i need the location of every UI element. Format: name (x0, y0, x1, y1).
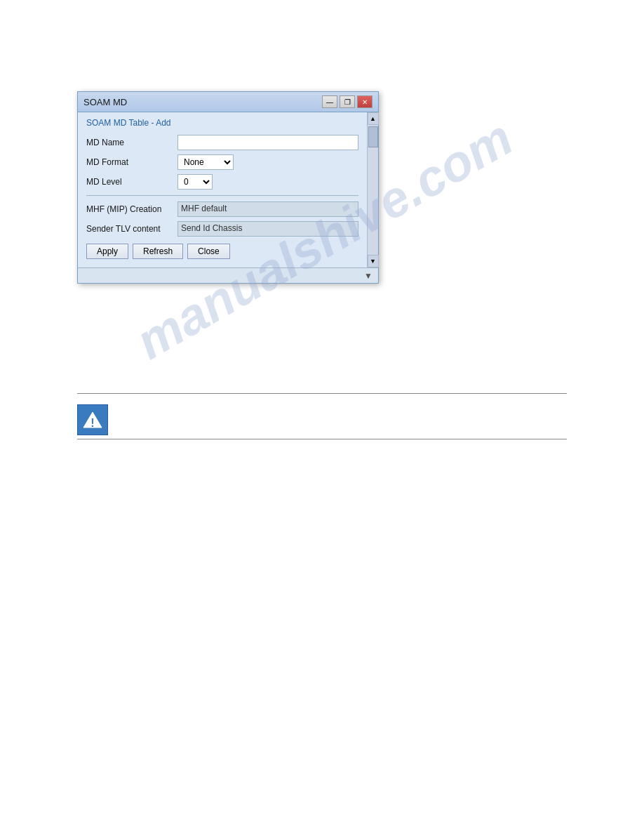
note-icon: ! (77, 404, 108, 435)
md-name-label: MD Name (86, 138, 177, 147)
md-level-row: MD Level 0 1 2 3 4 5 6 7 (86, 174, 358, 190)
scroll-down-arrow[interactable]: ▼ (368, 255, 379, 267)
buttons-row: Apply Refresh Close (86, 244, 358, 259)
page-container: manualshive.com SOAM MD — ❐ ✕ SOAM MD Ta… (0, 0, 644, 834)
top-divider-line (77, 393, 567, 394)
restore-button[interactable]: ❐ (340, 95, 355, 108)
dialog-controls: — ❐ ✕ (322, 95, 373, 108)
md-format-select-wrapper: None (177, 154, 234, 170)
md-format-select[interactable]: None (177, 154, 234, 170)
md-format-label: MD Format (86, 157, 177, 167)
mhf-creation-value: MHF default (177, 201, 358, 217)
mhf-creation-label: MHF (MIP) Creation (86, 204, 177, 214)
dialog-scrollbar: ▲ ▼ (367, 112, 378, 267)
apply-button[interactable]: Apply (86, 244, 128, 259)
info-triangle-icon: ! (83, 410, 102, 430)
md-name-input[interactable] (177, 135, 358, 150)
md-level-label: MD Level (86, 177, 177, 187)
scroll-up-arrow[interactable]: ▲ (368, 112, 379, 125)
sender-tlv-value: Send Id Chassis (177, 221, 358, 237)
refresh-button[interactable]: Refresh (133, 244, 183, 259)
form-divider (86, 195, 358, 196)
mhf-creation-row: MHF (MIP) Creation MHF default (86, 201, 358, 217)
table-subtitle: SOAM MD Table - Add (86, 118, 358, 129)
dialog-statusbar: ▼ (78, 267, 378, 283)
md-level-select[interactable]: 0 1 2 3 4 5 6 7 (177, 174, 213, 190)
dialog-content: SOAM MD Table - Add MD Name MD Format No… (78, 112, 378, 267)
sender-tlv-label: Sender TLV content (86, 224, 177, 234)
bottom-divider-line (77, 439, 567, 439)
sender-tlv-row: Sender TLV content Send Id Chassis (86, 221, 358, 237)
close-window-button[interactable]: ✕ (357, 95, 373, 108)
note-area: ! (77, 399, 567, 441)
minimize-button[interactable]: — (322, 95, 337, 108)
scroll-thumb[interactable] (368, 126, 378, 147)
md-level-select-wrapper: 0 1 2 3 4 5 6 7 (177, 174, 213, 190)
svg-text:!: ! (90, 417, 94, 429)
dialog-title: SOAM MD (83, 97, 127, 107)
md-format-row: MD Format None (86, 154, 358, 170)
status-arrow-icon: ▼ (364, 271, 373, 281)
dialog-main: SOAM MD Table - Add MD Name MD Format No… (78, 112, 367, 267)
md-name-row: MD Name (86, 135, 358, 150)
close-button[interactable]: Close (187, 244, 230, 259)
dialog-titlebar: SOAM MD — ❐ ✕ (78, 92, 378, 112)
dialog-window: SOAM MD — ❐ ✕ SOAM MD Table - Add MD Nam… (77, 91, 379, 284)
